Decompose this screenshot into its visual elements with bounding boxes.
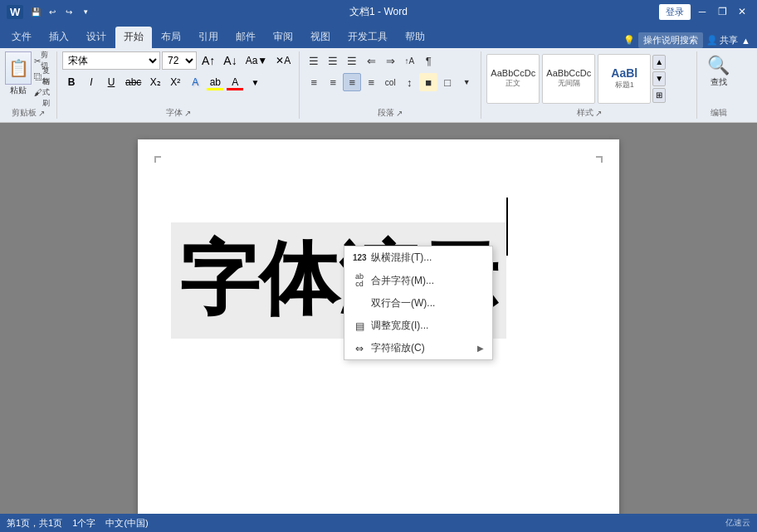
tab-file[interactable]: 文件 — [3, 27, 40, 48]
styles-gallery: AaBbCcDc 正文 AaBbCcDc 无间隔 AaBl 标题1 — [486, 54, 651, 104]
style-heading1[interactable]: AaBl 标题1 — [598, 54, 651, 104]
sort-btn[interactable]: ↑A — [400, 51, 418, 70]
corner-mark-tl — [154, 156, 161, 163]
font-label: 字体 ↗ — [62, 105, 294, 119]
tab-help[interactable]: 帮助 — [397, 27, 433, 48]
underline-btn[interactable]: U — [102, 73, 120, 91]
font-content: 宋体 72 A↑ A↓ Aa▼ ✕A B I U abc X₂ X² A ab — [62, 51, 294, 105]
multilevel-btn[interactable]: ☰ — [343, 51, 361, 70]
tab-home[interactable]: 开始 — [115, 27, 152, 48]
undo-qa-btn[interactable]: ↩ — [45, 4, 60, 19]
minimize-button[interactable]: ─ — [694, 3, 711, 20]
char-scale-icon: ⇔ — [353, 343, 366, 354]
menu-item-vertical-text[interactable]: 123 纵横混排(T)... — [344, 246, 492, 269]
menu-item-combine-chars[interactable]: abcd 合并字符(M)... — [344, 269, 492, 292]
styles-group: AaBbCcDc 正文 AaBbCcDc 无间隔 AaBl 标题1 ▲ ▼ ⊞ … — [481, 51, 697, 119]
clipboard-small-btns: ✂ 剪切 ⿻ 复制 🖌 格式刷 — [33, 53, 51, 100]
styles-expand-btn[interactable]: ⊞ — [652, 88, 666, 103]
ribbon: 📋 粘贴 ✂ 剪切 ⿻ 复制 🖌 格式刷 剪贴板 ↗ 宋体 72 — [0, 48, 757, 123]
paragraph-content: ☰ ☰ ☰ ⇐ ⇒ ↑A ¶ ≡ ≡ ≡ ≡ col ↕ ■ □ ▼ — [305, 51, 476, 105]
strikethrough-btn[interactable]: abc — [122, 73, 144, 91]
shading-btn[interactable]: ■ — [419, 73, 437, 91]
format-painter-btn[interactable]: 🖌 格式刷 — [33, 85, 51, 100]
menu-item-char-scale[interactable]: ⇔ 字符缩放(C) ▶ — [344, 337, 492, 359]
tab-design[interactable]: 设计 — [78, 27, 115, 48]
lang-indicator[interactable]: 中文(中国) — [105, 517, 148, 530]
quick-access-toolbar: 💾 ↩ ↪ ▼ — [28, 4, 93, 19]
shrink-font-btn[interactable]: A↓ — [220, 51, 240, 70]
font-name-select[interactable]: 宋体 — [62, 51, 160, 70]
title-left: W 💾 ↩ ↪ ▼ — [7, 4, 93, 19]
font-row-2: B I U abc X₂ X² A ab A ▼ — [62, 73, 264, 91]
page-info: 第1页，共1页 — [7, 517, 62, 530]
search-icon: 🔍 — [707, 55, 730, 76]
ribbon-right-tools: 💡 操作说明搜索 👤 共享 ▲ — [623, 32, 757, 48]
menu-item-double-row[interactable]: 双行合一(W)... — [344, 292, 492, 315]
border-btn[interactable]: □ — [438, 73, 457, 91]
align-center-btn[interactable]: ≡ — [324, 73, 342, 91]
grow-font-btn[interactable]: A↑ — [198, 51, 218, 70]
decrease-indent-btn[interactable]: ⇐ — [362, 51, 380, 70]
watermark-label: 亿速云 — [725, 517, 750, 529]
para-expand-icon[interactable]: ↗ — [396, 109, 403, 118]
styles-scroll-up[interactable]: ▲ — [652, 55, 666, 70]
login-button[interactable]: 登录 — [659, 4, 691, 20]
share-label[interactable]: 👤 共享 — [706, 34, 738, 46]
tab-review[interactable]: 审阅 — [265, 27, 301, 48]
paragraph-group: ☰ ☰ ☰ ⇐ ⇒ ↑A ¶ ≡ ≡ ≡ ≡ col ↕ ■ □ ▼ 段落 — [300, 51, 481, 119]
tab-mailings[interactable]: 邮件 — [227, 27, 264, 48]
line-spacing-btn[interactable]: ↕ — [400, 73, 418, 91]
align-right-btn[interactable]: ≡ — [343, 73, 361, 91]
numbering-btn[interactable]: ☰ — [324, 51, 342, 70]
search-help-input[interactable]: 操作说明搜索 — [638, 32, 703, 48]
collapse-ribbon-btn[interactable]: ▲ — [741, 36, 750, 46]
align-left-btn[interactable]: ≡ — [305, 73, 323, 91]
text-effects-btn[interactable]: A — [186, 73, 204, 91]
superscript-btn[interactable]: X² — [166, 73, 184, 91]
justify-btn[interactable]: ≡ — [362, 73, 380, 91]
submenu-arrow-icon: ▶ — [477, 344, 484, 353]
tab-layout[interactable]: 布局 — [153, 27, 189, 48]
font-expand-icon[interactable]: ↗ — [184, 109, 191, 118]
bullets-btn[interactable]: ☰ — [305, 51, 323, 70]
redo-qa-btn[interactable]: ↪ — [61, 4, 76, 19]
status-right: 亿速云 — [725, 517, 750, 529]
styles-scroll-down[interactable]: ▼ — [652, 71, 666, 86]
font-row-btn-more[interactable]: ▼ — [246, 73, 264, 91]
status-bar: 第1页，共1页 1个字 中文(中国) 亿速云 — [0, 514, 757, 532]
style-no-space[interactable]: AaBbCcDc 无间隔 — [542, 54, 595, 104]
border-drop-btn[interactable]: ▼ — [457, 73, 476, 91]
menu-item-adjust-width[interactable]: ▤ 调整宽度(I)... — [344, 315, 492, 337]
font-color-btn[interactable]: A — [226, 73, 244, 91]
share-icon: 👤 — [706, 35, 718, 46]
style-normal[interactable]: AaBbCcDc 正文 — [486, 54, 540, 104]
clipboard-label: 剪贴板 ↗ — [5, 105, 51, 119]
paste-btn[interactable]: 📋 粘贴 — [5, 51, 32, 96]
restore-button[interactable]: ❐ — [714, 3, 730, 20]
find-btn[interactable]: 🔍 查找 — [702, 51, 735, 91]
tab-developer[interactable]: 开发工具 — [339, 27, 396, 48]
increase-indent-btn[interactable]: ⇒ — [381, 51, 399, 70]
word-icon: W — [7, 5, 23, 19]
close-button[interactable]: ✕ — [734, 3, 750, 20]
clear-format-btn[interactable]: ✕A — [272, 51, 294, 70]
customize-qa-btn[interactable]: ▼ — [78, 4, 93, 19]
styles-label: 样式 ↗ — [486, 105, 691, 119]
show-marks-btn[interactable]: ¶ — [419, 51, 437, 70]
highlight-btn[interactable]: ab — [206, 73, 224, 91]
styles-expand-icon[interactable]: ↗ — [595, 109, 602, 118]
tab-insert[interactable]: 插入 — [41, 27, 77, 48]
save-qa-btn[interactable]: 💾 — [28, 4, 43, 19]
tab-references[interactable]: 引用 — [190, 27, 227, 48]
subscript-btn[interactable]: X₂ — [146, 73, 164, 91]
document-area[interactable]: 字体演示 123 纵横混排(T)... abcd 合并字符(M)... 双行合一… — [0, 123, 757, 514]
dropdown-menu: 123 纵横混排(T)... abcd 合并字符(M)... 双行合一(W)..… — [344, 246, 493, 360]
bold-btn[interactable]: B — [62, 73, 81, 91]
italic-btn[interactable]: I — [82, 73, 100, 91]
clipboard-expand-icon[interactable]: ↗ — [38, 109, 45, 118]
editing-group: 🔍 查找 编辑 — [697, 51, 740, 119]
change-case-btn[interactable]: Aa▼ — [242, 51, 271, 70]
tab-view[interactable]: 视图 — [302, 27, 339, 48]
font-size-select[interactable]: 72 — [162, 51, 197, 70]
col-btn[interactable]: col — [381, 73, 399, 91]
